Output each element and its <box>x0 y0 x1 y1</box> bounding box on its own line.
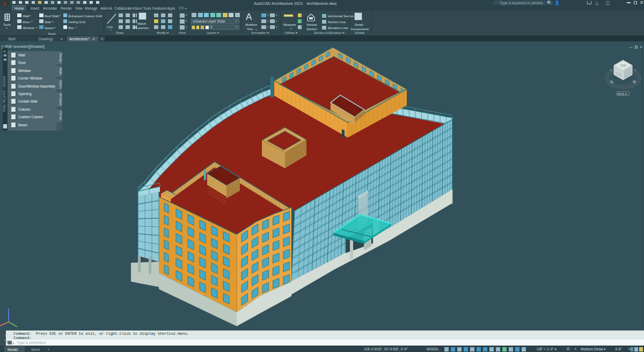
svg-text:WCS ▾: WCS ▾ <box>617 92 626 96</box>
svg-text:TOP: TOP <box>620 64 626 67</box>
